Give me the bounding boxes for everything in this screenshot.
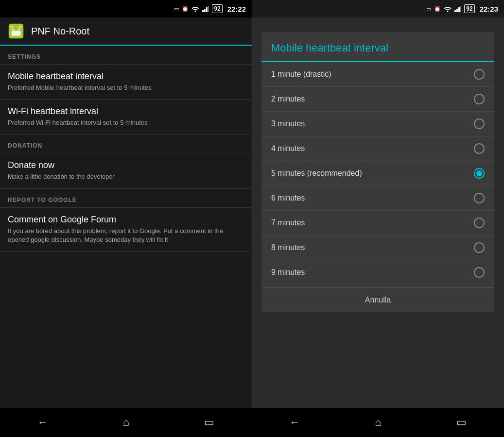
left-status-bar: ▭ ⏰ 92 22:22 — [0, 0, 252, 17]
right-back-button[interactable]: ← — [279, 412, 310, 433]
donate-now-subtitle: Make a little donation to the developer — [8, 172, 244, 181]
option-8min-label: 8 minutes — [271, 243, 305, 252]
right-home-icon: ⌂ — [375, 416, 381, 428]
svg-rect-8 — [12, 31, 21, 36]
svg-rect-1 — [202, 10, 204, 12]
radio-3min — [474, 118, 485, 129]
right-back-icon: ← — [289, 416, 300, 428]
home-icon: ⌂ — [123, 416, 129, 428]
radio-5min-inner — [476, 170, 482, 176]
mobile-heartbeat-item[interactable]: Mobile heartbeat interval Preferred Mobi… — [0, 65, 252, 100]
right-battery: 92 — [464, 4, 474, 13]
option-9min-label: 9 minutes — [271, 268, 305, 277]
right-panel: ▭ ⏰ 92 22:23 Mobile heartbeat interval — [252, 0, 504, 437]
right-alarm-icon: ⏰ — [434, 6, 441, 12]
wifi-icon — [191, 5, 199, 12]
settings-content: SETTINGS Mobile heartbeat interval Prefe… — [0, 46, 252, 408]
radio-6min — [474, 193, 485, 203]
svg-point-11 — [447, 11, 449, 12]
left-recents-button[interactable]: ▭ — [194, 412, 224, 433]
mobile-heartbeat-title: Mobile heartbeat interval — [8, 71, 244, 82]
google-forum-subtitle: If you are bored about this problem, rep… — [8, 227, 244, 244]
svg-point-6 — [12, 29, 14, 31]
android-logo — [7, 22, 25, 40]
right-status-bar: ▭ ⏰ 92 22:23 — [252, 0, 504, 17]
google-forum-item[interactable]: Comment on Google Forum If you are bored… — [0, 208, 252, 252]
option-2min-label: 2 minutes — [271, 95, 305, 103]
option-4min[interactable]: 4 minutes — [261, 136, 494, 161]
left-panel: ▭ ⏰ 92 22:22 — [0, 0, 252, 437]
dialog-background: Mobile heartbeat interval 1 minute (dras… — [252, 17, 504, 408]
option-1min[interactable]: 1 minute (drastic) — [261, 62, 494, 87]
option-3min-label: 3 minutes — [271, 119, 305, 128]
svg-rect-13 — [456, 9, 458, 12]
option-5min-label: 5 minutes (recommended) — [271, 169, 362, 178]
wifi-heartbeat-item[interactable]: Wi-Fi heartbeat interval Preferred Wi-Fi… — [0, 100, 252, 134]
app-header: PNF No-Root — [0, 17, 252, 46]
right-nav-bar: ← ⌂ ▭ — [252, 408, 504, 437]
right-home-button[interactable]: ⌂ — [365, 412, 391, 433]
right-recents-button[interactable]: ▭ — [447, 412, 476, 433]
svg-rect-3 — [206, 7, 208, 12]
alarm-icon: ⏰ — [182, 6, 189, 12]
left-back-button[interactable]: ← — [28, 412, 58, 433]
right-wifi-icon — [444, 5, 452, 12]
dialog-title: Mobile heartbeat interval — [261, 32, 494, 62]
app-title: PNF No-Root — [31, 26, 89, 37]
option-2min[interactable]: 2 minutes — [261, 87, 494, 112]
svg-point-7 — [18, 29, 20, 31]
section-header-settings: SETTINGS — [0, 46, 252, 65]
right-recents-icon: ▭ — [456, 416, 467, 428]
section-header-donation: DONATION — [0, 134, 252, 153]
right-time: 22:23 — [480, 5, 498, 13]
dialog-options: 1 minute (drastic) 2 minutes 3 minutes 4… — [261, 62, 494, 285]
google-forum-title: Comment on Google Forum — [8, 215, 244, 225]
radio-2min — [474, 94, 485, 104]
section-header-report: REPORT TO GOOGLE — [0, 189, 252, 208]
svg-rect-4 — [208, 6, 209, 12]
radio-9min — [474, 267, 485, 278]
right-status-icons: ▭ ⏰ 92 22:23 — [426, 4, 498, 13]
radio-4min — [474, 143, 485, 154]
option-3min[interactable]: 3 minutes — [261, 112, 494, 136]
option-9min[interactable]: 9 minutes — [261, 260, 494, 285]
dialog-box: Mobile heartbeat interval 1 minute (dras… — [261, 32, 494, 312]
option-8min[interactable]: 8 minutes — [261, 235, 494, 260]
donate-now-title: Donate now — [8, 160, 244, 170]
left-home-button[interactable]: ⌂ — [113, 412, 139, 433]
wifi-heartbeat-title: Wi-Fi heartbeat interval — [8, 106, 244, 117]
donate-now-item[interactable]: Donate now Make a little donation to the… — [0, 153, 252, 188]
mobile-heartbeat-subtitle: Preferred Mobile heartbeat interval set … — [8, 84, 244, 92]
option-6min-label: 6 minutes — [271, 194, 305, 202]
option-1min-label: 1 minute (drastic) — [271, 70, 331, 79]
wifi-heartbeat-subtitle: Preferred Wi-Fi heartbeat interval set t… — [8, 118, 244, 127]
right-signal-icon — [454, 5, 461, 12]
cancel-button[interactable]: Annulla — [261, 287, 494, 312]
svg-rect-12 — [454, 10, 456, 12]
radio-7min — [474, 218, 485, 228]
left-battery: 92 — [212, 4, 222, 13]
radio-5min — [474, 168, 485, 179]
radio-8min — [474, 242, 485, 253]
svg-rect-14 — [458, 7, 460, 12]
radio-1min — [474, 69, 485, 80]
recents-icon: ▭ — [204, 416, 214, 428]
left-nav-bar: ← ⌂ ▭ — [0, 408, 252, 437]
svg-point-0 — [195, 11, 196, 12]
signal-icon — [202, 5, 209, 12]
cancel-label: Annulla — [365, 296, 391, 304]
svg-rect-15 — [460, 6, 461, 12]
option-7min[interactable]: 7 minutes — [261, 211, 494, 235]
svg-rect-2 — [204, 9, 206, 12]
option-5min[interactable]: 5 minutes (recommended) — [261, 161, 494, 186]
back-icon: ← — [37, 416, 48, 428]
option-7min-label: 7 minutes — [271, 218, 305, 227]
left-status-icons: ▭ ⏰ 92 22:22 — [174, 4, 246, 13]
sim-icon: ▭ — [174, 6, 179, 12]
option-6min[interactable]: 6 minutes — [261, 186, 494, 211]
option-4min-label: 4 minutes — [271, 144, 305, 153]
left-time: 22:22 — [227, 5, 246, 13]
right-sim-icon: ▭ — [426, 6, 431, 12]
